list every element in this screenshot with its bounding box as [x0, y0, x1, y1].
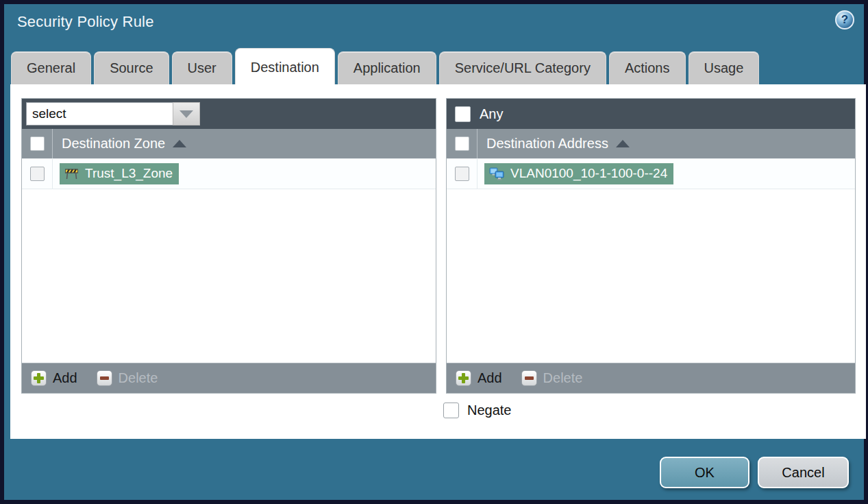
address-add-button[interactable]: Add [456, 370, 502, 386]
any-label: Any [480, 106, 503, 122]
zone-delete-button[interactable]: Delete [97, 370, 158, 386]
tab-user[interactable]: User [172, 51, 232, 84]
address-selected-chip[interactable]: VLAN0100_10-1-100-0--24 [484, 163, 673, 184]
zone-table-header: Destination Zone [22, 129, 436, 159]
ok-button[interactable]: OK [660, 457, 749, 488]
address-toolbar: Any [447, 99, 855, 129]
address-table-header: Destination Address [447, 129, 855, 159]
zone-select-combobox [26, 102, 200, 125]
zone-select-input[interactable] [26, 102, 173, 125]
tab-usage[interactable]: Usage [689, 51, 760, 84]
chevron-down-icon [179, 110, 193, 118]
cancel-button[interactable]: Cancel [758, 457, 849, 488]
security-policy-rule-dialog: Security Policy Rule ? General Source Us… [0, 0, 868, 504]
sort-ascending-icon[interactable] [616, 140, 630, 147]
help-icon[interactable]: ? [835, 10, 854, 29]
address-add-label: Add [478, 370, 502, 386]
zone-row-checkbox-cell [22, 159, 53, 189]
destination-address-panel: Any Destination Address [446, 98, 856, 394]
delete-icon [521, 370, 537, 386]
tab-bar: General Source User Destination Applicat… [11, 48, 759, 84]
any-option: Any [451, 106, 503, 122]
zone-toolbar [22, 99, 436, 129]
address-delete-button[interactable]: Delete [521, 370, 583, 386]
address-delete-label: Delete [543, 370, 583, 386]
address-row-checkbox[interactable] [455, 167, 469, 181]
address-row-label: VLAN0100_10-1-100-0--24 [510, 166, 667, 181]
table-row[interactable]: VLAN0100_10-1-100-0--24 [447, 159, 855, 189]
network-address-icon [489, 167, 504, 180]
zone-list: Trust_L3_Zone [22, 159, 436, 363]
tab-application[interactable]: Application [338, 51, 436, 84]
zone-row-label: Trust_L3_Zone [85, 166, 173, 181]
any-checkbox[interactable] [455, 106, 471, 122]
address-column-header: Destination Address [486, 136, 608, 152]
negate-option: Negate [443, 403, 512, 418]
dialog-title: Security Policy Rule [17, 13, 154, 31]
zone-add-button[interactable]: Add [31, 370, 77, 386]
tab-source[interactable]: Source [94, 51, 169, 84]
address-footer: Add Delete [447, 363, 855, 393]
zone-delete-label: Delete [119, 370, 158, 386]
zone-header-checkbox-cell [22, 129, 53, 158]
negate-checkbox[interactable] [443, 403, 459, 418]
address-row-checkbox-cell [447, 159, 478, 189]
add-icon [456, 370, 471, 386]
destination-zone-panel: Destination Zone Trust_ [21, 98, 436, 394]
tab-destination[interactable]: Destination [235, 48, 335, 84]
zone-column-header: Destination Zone [62, 136, 165, 152]
zone-icon [64, 167, 79, 180]
table-row[interactable]: Trust_L3_Zone [22, 159, 436, 189]
zone-selected-chip[interactable]: Trust_L3_Zone [60, 163, 179, 184]
tab-general[interactable]: General [11, 51, 91, 84]
zone-select-dropdown-button[interactable] [173, 102, 200, 125]
address-list: VLAN0100_10-1-100-0--24 [447, 159, 855, 363]
address-header-checkbox-cell [447, 129, 478, 158]
zone-footer: Add Delete [22, 363, 436, 393]
negate-label: Negate [467, 403, 512, 418]
tab-actions[interactable]: Actions [609, 51, 686, 84]
sort-ascending-icon[interactable] [173, 140, 186, 147]
destination-tab-content: Destination Zone Trust_ [10, 84, 866, 439]
add-icon [31, 370, 47, 386]
zone-select-all-checkbox[interactable] [30, 136, 45, 151]
zone-add-label: Add [53, 370, 77, 386]
zone-row-checkbox[interactable] [30, 167, 45, 181]
delete-icon [97, 370, 112, 386]
address-select-all-checkbox[interactable] [455, 136, 469, 151]
tab-service-url-category[interactable]: Service/URL Category [439, 51, 606, 84]
